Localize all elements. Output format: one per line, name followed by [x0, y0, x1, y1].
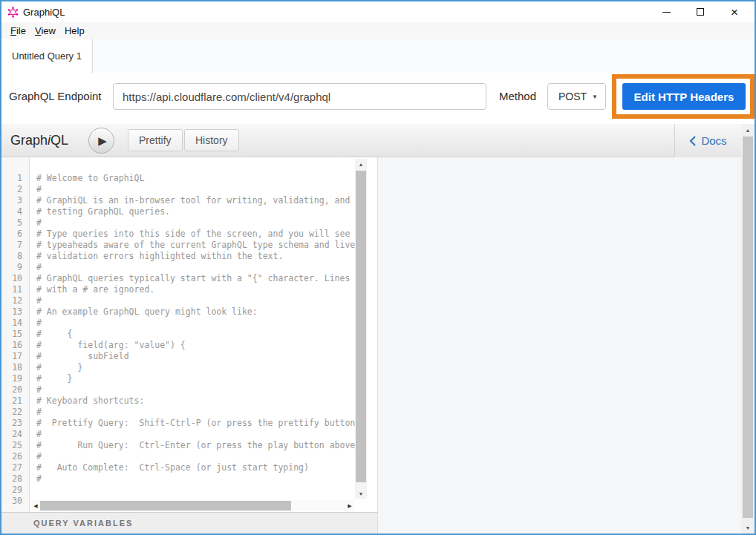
scroll-down-icon[interactable]: ▼	[355, 488, 367, 499]
close-button[interactable]: ×	[717, 1, 752, 22]
scroll-left-icon[interactable]: ◀	[30, 500, 41, 511]
graphiql-logo: GraphiQL	[10, 124, 68, 157]
history-button[interactable]: History	[184, 129, 239, 151]
menu-file-rest: ile	[16, 25, 26, 36]
method-selected-value: POST	[558, 91, 592, 102]
tab-untitled-query-1[interactable]: Untitled Query 1	[1, 39, 93, 73]
main-area: 1234567891011121314151617181920212223242…	[1, 157, 755, 534]
window-title: GraphiQL	[23, 7, 65, 18]
editor-hscroll-thumb[interactable]	[40, 501, 291, 511]
graphql-logo-icon	[7, 7, 19, 18]
edit-http-headers-button[interactable]: Edit HTTP Headers	[622, 83, 746, 110]
scroll-up-icon[interactable]: ▲	[355, 159, 367, 169]
menu-item-help[interactable]: Help	[60, 24, 89, 38]
page-scroll-up-icon[interactable]: ▲	[741, 125, 755, 135]
docs-section: Docs	[674, 124, 741, 157]
graphiql-toolbar: GraphiQL ▶ Prettify History Docs	[1, 124, 741, 157]
minimize-button[interactable]	[649, 1, 683, 22]
menu-file-accel: F	[10, 25, 16, 36]
menu-item-view[interactable]: View	[30, 24, 60, 38]
menu-bar: File View Help	[1, 22, 755, 39]
scroll-right-icon[interactable]: ▶	[345, 500, 355, 511]
menu-item-file[interactable]: File	[6, 24, 30, 38]
logo-part-ql: QL	[50, 133, 68, 148]
execute-query-button[interactable]: ▶	[88, 128, 114, 154]
maximize-icon	[697, 8, 704, 16]
docs-toggle-button[interactable]: Docs	[689, 134, 726, 147]
query-variables-title[interactable]: QUERY VARIABLES	[33, 519, 133, 528]
logo-part-graph: Graph	[10, 133, 48, 148]
caret-down-icon: ▼	[592, 93, 598, 100]
endpoint-bar: GraphQL Endpoint Method POST ▼ Edit HTTP…	[1, 73, 755, 124]
window-controls: ×	[649, 1, 752, 22]
page-vscroll-thumb[interactable]	[743, 137, 753, 518]
tab-bar: Untitled Query 1	[1, 39, 755, 73]
editor-gutter: 1234567891011121314151617181920212223242…	[1, 157, 30, 512]
app-window: GraphiQL × File View Help Untitled Query…	[0, 0, 756, 535]
query-variables-panel: QUERY VARIABLES	[1, 512, 377, 534]
editor-horizontal-scrollbar[interactable]: ◀ ▶	[30, 500, 355, 511]
page-vertical-scrollbar[interactable]: ▲ ▼	[741, 124, 755, 534]
close-icon: ×	[731, 6, 738, 19]
maximize-button[interactable]	[683, 1, 717, 22]
chevron-left-icon	[689, 136, 697, 146]
title-bar: GraphiQL ×	[1, 1, 755, 22]
docs-label: Docs	[701, 134, 726, 147]
menu-help-rest: Help	[65, 25, 85, 36]
editor-vertical-scrollbar[interactable]: ▲ ▼	[355, 159, 367, 499]
endpoint-label: GraphQL Endpoint	[9, 83, 102, 110]
endpoint-input[interactable]	[113, 83, 486, 110]
play-icon: ▶	[96, 135, 107, 146]
minimize-icon	[662, 12, 671, 13]
prettify-button[interactable]: Prettify	[128, 129, 183, 151]
method-label: Method	[499, 83, 536, 110]
editor-vscroll-thumb[interactable]	[356, 171, 366, 482]
method-select[interactable]: POST ▼	[547, 83, 606, 110]
menu-view-rest: iew	[41, 25, 56, 36]
page-scroll-down-icon[interactable]: ▼	[741, 522, 755, 533]
result-pane	[377, 157, 741, 534]
query-editor[interactable]: # Welcome to GraphiQL## GraphiQL is an i…	[30, 157, 355, 500]
